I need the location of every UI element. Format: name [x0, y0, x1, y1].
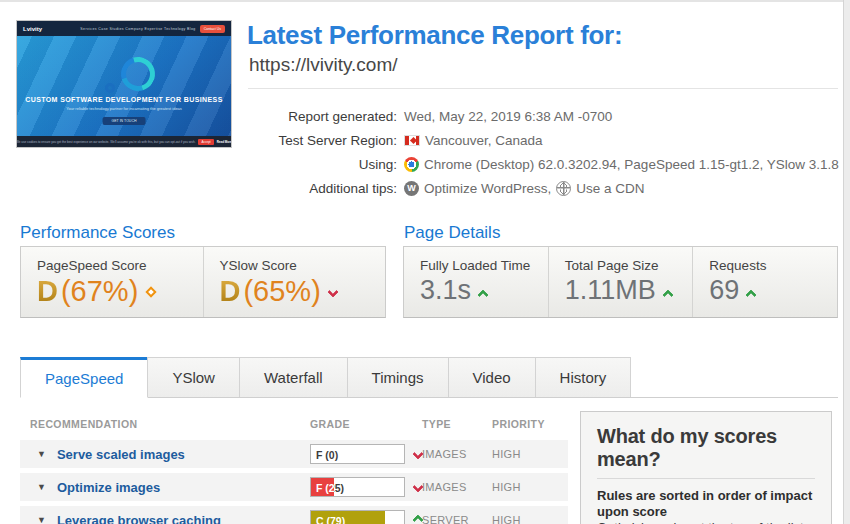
- performance-scores-heading: Performance Scores: [20, 223, 175, 243]
- meta-row-region: Test Server Region: Vancouver, Canada: [250, 128, 839, 152]
- pagespeed-score-card: PageSpeed Score D(67%): [21, 247, 203, 317]
- meta-using-text: Chrome (Desktop) 62.0.3202.94, PageSpeed…: [424, 157, 839, 172]
- thumbnail-contact-button: Contact Us: [200, 25, 225, 33]
- window-top-edge: [0, 0, 850, 2]
- thumbnail-nav-links: Services Case Studies Company Expertise …: [80, 27, 195, 31]
- tab-timings[interactable]: Timings: [347, 357, 449, 397]
- use-a-cdn-link[interactable]: Use a CDN: [576, 181, 644, 196]
- recommendation-link[interactable]: Leverage browser caching: [57, 513, 221, 524]
- requests-value: 69: [709, 275, 837, 306]
- report-tabs: PageSpeed YSlow Waterfall Timings Video …: [20, 357, 838, 398]
- meta-value-using: Chrome (Desktop) 62.0.3202.94, PageSpeed…: [404, 157, 839, 172]
- grade-bar-label: F (0): [316, 449, 338, 461]
- pagespeed-score-label: PageSpeed Score: [37, 258, 203, 273]
- meta-label-tips: Additional tips:: [250, 181, 397, 196]
- meta-region-text: Vancouver, Canada: [425, 133, 543, 148]
- site-screenshot-thumbnail: Lvivity Services Case Studies Company Ex…: [16, 20, 232, 148]
- yslow-grade-percent: (65%): [243, 275, 320, 307]
- explainer-bold-text: Rules are sorted in order of impact upon…: [597, 488, 815, 520]
- recommendations-table: RECOMMENDATION GRADE TYPE PRIORITY ▼ Ser…: [20, 413, 568, 524]
- type-cell: SERVER: [422, 514, 492, 524]
- grade-bar: F (0) F (0): [310, 444, 405, 464]
- fully-loaded-time-card: Fully Loaded Time 3.1s: [404, 247, 548, 317]
- fully-loaded-time-text: 3.1s: [420, 275, 471, 305]
- recommendations-header-row: RECOMMENDATION GRADE TYPE PRIORITY: [20, 413, 568, 435]
- wordpress-icon: W: [404, 181, 419, 196]
- pagespeed-grade-percent: (67%): [61, 275, 138, 307]
- scrollbar[interactable]: [843, 0, 850, 524]
- gtmetrix-report-page: Lvivity Services Case Studies Company Ex…: [0, 0, 850, 524]
- thumbnail-cookie-accept-button: Accept: [198, 139, 213, 145]
- expand-caret-icon[interactable]: ▼: [37, 515, 46, 524]
- tab-yslow[interactable]: YSlow: [147, 357, 240, 397]
- meta-value-region: Vancouver, Canada: [404, 133, 543, 148]
- thumbnail-cookie-readmore: Read More: [217, 140, 231, 144]
- type-cell: IMAGES: [422, 448, 492, 460]
- recommendation-link[interactable]: Optimize images: [57, 480, 160, 495]
- thumbnail-cookie-text: We use cookies to ensure you get the bes…: [17, 140, 195, 144]
- requests-text: 69: [709, 275, 739, 305]
- yslow-score-value: D(65%): [220, 275, 386, 308]
- expand-caret-icon[interactable]: ▼: [37, 482, 46, 492]
- type-cell: IMAGES: [422, 481, 492, 493]
- total-page-size-value: 1.11MB: [565, 275, 693, 306]
- requests-card: Requests 69: [692, 247, 837, 317]
- grade-bar: F (25) F (25): [310, 477, 405, 497]
- pagespeed-grade-letter: D: [37, 275, 58, 307]
- meta-label-generated: Report generated:: [250, 109, 397, 124]
- expand-caret-icon[interactable]: ▼: [37, 449, 46, 459]
- tab-pagespeed[interactable]: PageSpeed: [20, 357, 148, 398]
- tab-waterfall[interactable]: Waterfall: [239, 357, 348, 397]
- explainer-heading: What do my scores mean?: [597, 425, 815, 471]
- optimize-wordpress-link[interactable]: Optimize WordPress,: [424, 181, 551, 196]
- yslow-score-card: YSlow Score D(65%): [203, 247, 386, 317]
- thumbnail-navbar: Lvivity Services Case Studies Company Ex…: [17, 21, 231, 36]
- meta-label-using: Using:: [250, 157, 397, 172]
- chrome-browser-icon: [404, 157, 419, 172]
- tab-history[interactable]: History: [535, 357, 632, 397]
- grade-bar-fill: F (25): [311, 478, 334, 496]
- requests-label: Requests: [709, 258, 837, 273]
- diamond-indicator-icon: [146, 286, 157, 297]
- globe-icon: [556, 181, 571, 196]
- trend-down-icon: [327, 286, 338, 297]
- fully-loaded-time-value: 3.1s: [420, 275, 548, 306]
- trend-up-icon: [746, 289, 757, 300]
- meta-value-generated: Wed, May 22, 2019 6:38 AM -0700: [404, 109, 612, 124]
- page-title: Latest Performance Report for:: [247, 20, 622, 51]
- grade-bar-label-overlay: F (25): [316, 482, 334, 494]
- grade-bar-fill: C (79): [311, 511, 385, 524]
- canada-flag-icon: [404, 135, 420, 146]
- priority-cell: HIGH: [492, 514, 568, 524]
- col-recommendation: RECOMMENDATION: [20, 418, 310, 430]
- priority-cell: HIGH: [492, 448, 568, 460]
- meta-row-using: Using: Chrome (Desktop) 62.0.3202.94, Pa…: [250, 152, 839, 176]
- col-type: TYPE: [422, 418, 492, 430]
- thumbnail-site-logo: Lvivity: [23, 26, 42, 32]
- table-row: ▼ Leverage browser caching C (79) C (79)…: [20, 506, 568, 524]
- trend-up-icon: [662, 289, 673, 300]
- page-details-heading: Page Details: [404, 223, 500, 243]
- report-meta: Report generated: Wed, May 22, 2019 6:38…: [250, 104, 839, 200]
- thumbnail-hero-heading: CUSTOM SOFTWARE DEVELOPMENT FOR BUSINESS: [17, 96, 231, 103]
- thumbnail-hero-subheading: Your reliable technology partner for inc…: [47, 106, 201, 111]
- total-page-size-text: 1.11MB: [565, 275, 656, 305]
- yslow-score-label: YSlow Score: [220, 258, 386, 273]
- scores-explainer-panel: What do my scores mean? Rules are sorted…: [580, 411, 832, 524]
- col-priority: PRIORITY: [492, 418, 568, 430]
- performance-scores-box: PageSpeed Score D(67%) YSlow Score D(65%…: [20, 246, 386, 318]
- report-url-link[interactable]: https://lvivity.com/: [249, 54, 398, 76]
- tab-video[interactable]: Video: [448, 357, 536, 397]
- meta-label-region: Test Server Region:: [250, 133, 397, 148]
- yslow-grade-letter: D: [220, 275, 241, 307]
- recommendation-link[interactable]: Serve scaled images: [57, 447, 185, 462]
- page-details-box: Fully Loaded Time 3.1s Total Page Size 1…: [403, 246, 838, 318]
- trend-up-icon: [477, 289, 488, 300]
- thumbnail-logo-dot-icon: [105, 83, 115, 93]
- meta-row-generated: Report generated: Wed, May 22, 2019 6:38…: [250, 104, 839, 128]
- total-page-size-card: Total Page Size 1.11MB: [548, 247, 693, 317]
- fully-loaded-time-label: Fully Loaded Time: [420, 258, 548, 273]
- table-row: ▼ Serve scaled images F (0) F (0) IMAGES…: [20, 440, 568, 468]
- explainer-body-text: Optimizing rules at the top of the list …: [597, 520, 815, 524]
- grade-bar: C (79) C (79): [310, 510, 405, 524]
